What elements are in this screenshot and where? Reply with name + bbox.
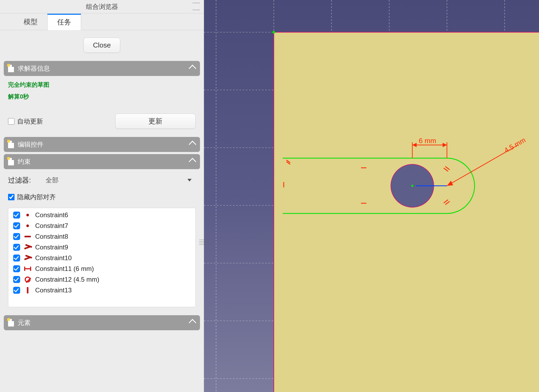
filter-label: 过滤器: — [8, 176, 31, 185]
constraint-row[interactable]: Constraint8 — [8, 231, 195, 242]
chevron-up-icon — [189, 141, 196, 148]
constraint-label: Constraint8 — [35, 233, 68, 240]
constraint-row[interactable]: Constraint9 — [8, 242, 195, 253]
document-icon — [8, 319, 14, 326]
constraint-row[interactable]: Constraint11 (6 mm) — [8, 263, 195, 274]
section-constraints-header[interactable]: 约束 — [4, 154, 200, 169]
constraint-row[interactable]: Constraint7 — [8, 220, 195, 231]
document-icon — [8, 65, 14, 72]
solver-status-1: 完全约束的草图 — [8, 81, 196, 89]
constraint-checkbox[interactable] — [13, 222, 20, 229]
section-solver-title: 求解器信息 — [18, 64, 50, 73]
constraint-checkbox[interactable] — [13, 255, 20, 262]
chevron-up-icon — [189, 158, 196, 165]
filter-select[interactable]: 全部 — [42, 174, 196, 186]
tab-model[interactable]: 模型 — [14, 14, 47, 30]
tangent-icon — [24, 254, 31, 262]
center-point — [411, 185, 413, 187]
section-constraints-title: 约束 — [18, 157, 31, 166]
section-constraints: 约束 过滤器: 全部 隐藏内部对齐 Constr — [4, 154, 200, 313]
section-edit-controls-header[interactable]: 编辑控件 — [4, 137, 200, 152]
constraint-label: Constraint6 — [35, 211, 68, 219]
constraint-row[interactable]: Constraint12 (4.5 mm) — [8, 274, 195, 285]
task-body: Close 求解器信息 完全约束的草图 解算0秒 自动更新 — [0, 30, 204, 392]
update-button[interactable]: 更新 — [115, 114, 196, 129]
chevron-up-icon — [189, 319, 196, 326]
constraint-row[interactable]: Constraint10 — [8, 253, 195, 263]
constraint-label: Constraint13 — [35, 286, 72, 294]
chevron-up-icon — [189, 65, 196, 72]
dot-icon — [24, 222, 31, 230]
constraint-checkbox[interactable] — [13, 233, 20, 240]
constraint-checkbox[interactable] — [13, 212, 20, 219]
hide-internal-checkbox[interactable]: 隐藏内部对齐 — [8, 193, 56, 201]
radius-icon — [24, 276, 31, 283]
constraint-row[interactable]: Constraint13 — [8, 285, 195, 296]
hline-icon — [24, 233, 31, 240]
document-icon — [8, 141, 14, 148]
constraint-checkbox[interactable] — [13, 265, 20, 272]
constraint-checkbox[interactable] — [13, 287, 20, 294]
section-solver: 求解器信息 完全约束的草图 解算0秒 自动更新 更新 — [4, 61, 200, 135]
dim-icon — [24, 265, 31, 273]
constraint-row[interactable]: Constraint6 — [8, 210, 195, 220]
section-edit-controls: 编辑控件 — [4, 137, 200, 152]
close-button[interactable]: Close — [83, 38, 120, 53]
tangent-icon — [24, 244, 31, 251]
auto-update-checkbox[interactable]: 自动更新 — [8, 117, 43, 126]
part-face — [274, 32, 539, 392]
dot-icon — [24, 211, 31, 219]
auto-update-input[interactable] — [8, 118, 14, 125]
chevron-down-icon — [187, 179, 192, 182]
tab-task[interactable]: 任务 — [47, 14, 81, 30]
splitter-handle[interactable] — [199, 239, 209, 245]
document-icon — [8, 158, 14, 165]
constraints-list[interactable]: Constraint6Constraint7Constraint8Constra… — [8, 208, 196, 307]
tab-bar: 模型 任务 — [0, 13, 204, 30]
constraint-label: Constraint10 — [35, 254, 72, 262]
vline-icon — [24, 286, 31, 294]
panel-titlebar: 组合浏览器 — [0, 0, 204, 13]
constraint-label: Constraint7 — [35, 222, 68, 230]
constraint-checkbox[interactable] — [13, 276, 20, 283]
constraint-label: Constraint11 (6 mm) — [35, 265, 94, 273]
section-edit-controls-title: 编辑控件 — [18, 140, 43, 149]
hide-internal-input[interactable] — [8, 194, 14, 200]
section-elements-header[interactable]: 元素 — [4, 315, 200, 330]
solver-status-2: 解算0秒 — [8, 93, 196, 101]
panel-title: 组合浏览器 — [86, 2, 118, 11]
3d-viewport[interactable]: 6 mm 4.5 mm — [204, 0, 539, 392]
constraint-checkbox[interactable] — [13, 244, 20, 251]
panel-collapse-icon[interactable] — [192, 3, 200, 10]
section-elements-title: 元素 — [18, 318, 31, 327]
combo-view-panel: 组合浏览器 模型 任务 Close 求解器信息 完全约束的草图 解算0秒 — [0, 0, 204, 392]
svg-text:6 mm: 6 mm — [419, 137, 436, 145]
section-elements: 元素 — [4, 315, 200, 330]
section-solver-header[interactable]: 求解器信息 — [4, 61, 200, 76]
filter-value: 全部 — [46, 176, 59, 184]
sketch-origin-dot — [272, 31, 275, 34]
constraint-label: Constraint12 (4.5 mm) — [35, 276, 99, 283]
constraint-label: Constraint9 — [35, 244, 68, 251]
